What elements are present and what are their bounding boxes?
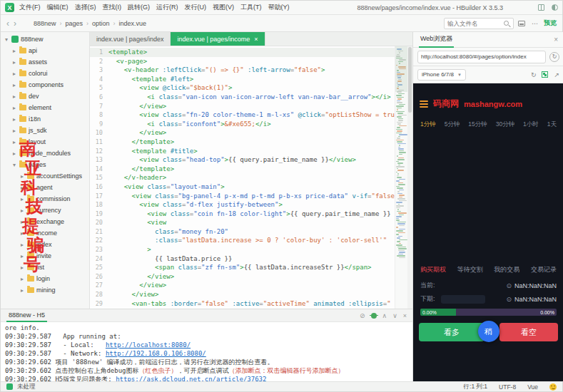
menu-item-2[interactable]: 选择(S) <box>75 3 96 12</box>
tree-item-pages[interactable]: ▾pages <box>1 159 89 170</box>
tree-item-exchange[interactable]: ▸exchange <box>1 216 89 227</box>
console-toggle-icon[interactable] <box>518 21 525 26</box>
nav-forward-icon[interactable]: › <box>14 19 16 28</box>
floating-ball-button[interactable]: 稍 <box>478 321 499 342</box>
editor-tab-0[interactable]: index.vue | pages/index <box>90 32 171 46</box>
console-tab[interactable]: 888new - H5 <box>6 309 47 322</box>
line-number[interactable]: 10 <box>90 128 108 138</box>
line-number[interactable]: 21 <box>90 227 108 237</box>
buy-up-button[interactable]: 看多 <box>419 323 485 341</box>
line-number[interactable]: 18 <box>90 200 108 210</box>
menu-item-9[interactable]: 帮助(Y) <box>268 3 290 12</box>
line-number[interactable]: 28 <box>90 290 108 299</box>
time-tab-1[interactable]: 5分钟 <box>445 120 460 129</box>
tree-item-layout[interactable]: ▸layout <box>1 136 89 148</box>
breadcrumb-item[interactable]: index.vue <box>119 20 147 27</box>
close-browser-icon[interactable]: × <box>554 36 558 43</box>
more-icon[interactable]: ⋯ <box>532 20 538 27</box>
trade-tab-2[interactable]: 我的交易 <box>494 265 519 274</box>
feedback-smiley-icon[interactable] <box>549 383 557 391</box>
menu-item-3[interactable]: 查找(I) <box>103 3 122 12</box>
tree-item-mining[interactable]: ▸mining <box>1 284 89 296</box>
tree-item-i18n[interactable]: ▸i18n <box>1 113 89 125</box>
menu-item-4[interactable]: 跳转(G) <box>128 3 150 12</box>
line-number[interactable]: 20 <box>90 218 108 227</box>
tree-item-api[interactable]: ▸api <box>1 45 89 56</box>
trade-tab-0[interactable]: 购买期权 <box>420 265 446 274</box>
line-number[interactable]: 25 <box>90 263 108 272</box>
line-number[interactable]: 11 <box>90 138 108 147</box>
trade-tab-1[interactable]: 等待交割 <box>457 265 483 274</box>
line-number[interactable]: 6 <box>90 93 108 102</box>
menu-item-1[interactable]: 编辑(E) <box>47 3 69 12</box>
preview-button[interactable]: 预览 <box>544 19 557 28</box>
rotate-icon[interactable]: ↻ <box>531 71 537 78</box>
code-editor[interactable]: 1<template>2 <v-page>3 <v-header :leftCl… <box>90 46 412 309</box>
minimap-viewport[interactable] <box>395 46 407 92</box>
hamburger-menu-icon[interactable] <box>420 100 428 108</box>
line-number[interactable]: 4 <box>90 75 108 84</box>
time-tab-5[interactable]: 1天 <box>547 120 557 129</box>
menu-item-6[interactable]: 发行(U) <box>185 3 207 12</box>
tree-item-agent[interactable]: ▸agent <box>1 182 89 193</box>
line-number[interactable]: 26 <box>90 272 108 282</box>
device-select[interactable]: iPhone 6/7/8 ▼ <box>417 69 466 81</box>
line-number[interactable]: 16 <box>90 182 108 192</box>
line-number[interactable]: 12 <box>90 147 108 156</box>
line-number[interactable]: 14 <box>90 165 108 174</box>
time-tab-3[interactable]: 30分钟 <box>496 120 514 129</box>
nav-back-icon[interactable]: ‹ <box>6 19 9 28</box>
tree-item-components[interactable]: ▸components <box>1 79 89 91</box>
breadcrumb-item[interactable]: pages <box>66 20 83 27</box>
menu-item-8[interactable]: 工具(T) <box>240 3 262 12</box>
line-number[interactable]: 13 <box>90 155 108 165</box>
language-mode[interactable]: Vue <box>527 383 538 391</box>
expand-icon[interactable]: ∨ <box>392 312 397 319</box>
tree-item-assets[interactable]: ▸assets <box>1 56 89 68</box>
log-link[interactable]: http://192.168.0.106:8080/ <box>106 350 206 357</box>
qr-code-icon[interactable] <box>542 71 548 78</box>
editor-tab-1[interactable]: index.vue | pages/income× <box>171 32 265 46</box>
buy-down-button[interactable]: 看空 <box>499 323 558 341</box>
tree-item-node_modules[interactable]: ▸node_modules <box>1 148 89 159</box>
open-external-icon[interactable]: ↗ <box>554 71 559 78</box>
tree-item-invite[interactable]: ▸invite <box>1 250 89 262</box>
tab-close-icon[interactable]: × <box>254 36 258 43</box>
time-tab-4[interactable]: 1小时 <box>523 120 539 129</box>
line-number[interactable]: 9 <box>90 120 108 129</box>
next-period-field[interactable] <box>441 295 485 304</box>
search-input[interactable] <box>447 20 502 27</box>
clear-console-icon[interactable]: ⊘ <box>360 312 365 319</box>
tree-item-accountSettings[interactable]: ▸accountSettings <box>1 170 89 182</box>
tree-item-888new[interactable]: ▾888new <box>1 33 89 45</box>
line-number[interactable]: 1 <box>90 48 108 57</box>
status-icon[interactable] <box>6 383 13 390</box>
code-area[interactable]: 1<template>2 <v-page>3 <v-header :leftCl… <box>90 46 395 309</box>
theme-contrast-icon[interactable] <box>552 4 558 11</box>
time-tab-0[interactable]: 1分钟 <box>420 120 436 129</box>
tree-item-element[interactable]: ▸element <box>1 102 89 113</box>
browser-tab[interactable]: Web浏览器 <box>419 32 454 48</box>
line-number[interactable]: 3 <box>90 66 108 75</box>
menu-item-7[interactable]: 视图(V) <box>213 3 234 12</box>
tree-item-login[interactable]: ▸login <box>1 273 89 284</box>
trade-tab-3[interactable]: 交易记录 <box>531 265 557 274</box>
minimap[interactable] <box>395 46 407 309</box>
url-input[interactable] <box>417 51 546 63</box>
refresh-icon[interactable]: ↻ <box>549 52 559 62</box>
close-console-icon[interactable]: × <box>403 312 407 319</box>
layout-grid-icon[interactable] <box>538 4 544 11</box>
tree-item-js_sdk[interactable]: ▸js_sdk <box>1 125 89 136</box>
editor-scrollbar[interactable] <box>407 46 412 309</box>
line-number[interactable]: 5 <box>90 83 108 93</box>
line-number[interactable]: 2 <box>90 57 108 66</box>
encoding-indicator[interactable]: UTF-8 <box>499 383 516 391</box>
breadcrumb-item[interactable]: 888new <box>34 20 56 27</box>
debug-icon[interactable] <box>371 313 377 319</box>
line-number[interactable]: 8 <box>90 110 108 120</box>
line-number[interactable]: 7 <box>90 102 108 111</box>
menu-item-5[interactable]: 运行(R) <box>156 3 178 12</box>
tree-item-list[interactable]: ▸list <box>1 262 89 273</box>
cursor-position[interactable]: 行:1 列:1 <box>464 383 488 391</box>
time-tab-2[interactable]: 15分钟 <box>468 120 487 129</box>
